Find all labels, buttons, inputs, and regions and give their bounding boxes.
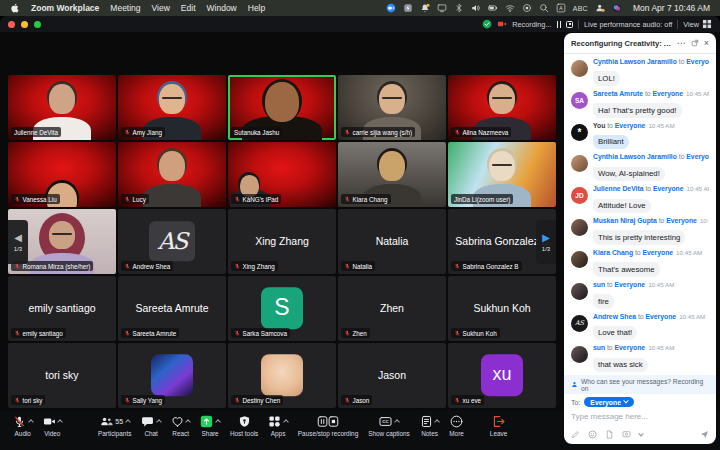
message-sender[interactable]: Cynthia Lawson Jaramillo — [593, 153, 677, 160]
toolbar-apps[interactable]: Apps — [263, 413, 293, 438]
notifications-icon[interactable] — [420, 3, 430, 13]
message-input[interactable]: Type message here... — [571, 412, 709, 421]
message-recipient[interactable]: Everyone — [652, 90, 683, 97]
wifi-icon[interactable] — [505, 3, 515, 13]
chevron-up-icon[interactable] — [434, 419, 440, 425]
video-tile[interactable]: KàNG's iPad — [228, 142, 336, 207]
message-recipient[interactable]: Everyone — [615, 344, 646, 351]
video-tile[interactable]: Lucy — [118, 142, 226, 207]
menu-window[interactable]: Window — [207, 3, 237, 13]
video-tile[interactable]: JasonJason — [338, 343, 446, 408]
emoji-icon[interactable] — [588, 430, 597, 439]
close-window-button[interactable] — [8, 21, 15, 28]
video-tile[interactable]: carrie sijia wang (s/h) — [338, 75, 446, 140]
video-tile[interactable]: Vanessa Liu — [8, 142, 116, 207]
zoom-app-icon[interactable] — [386, 3, 396, 13]
menubar-clock[interactable]: Mon Apr 7 10:46 AM — [633, 3, 710, 13]
next-page-button[interactable]: ▶ 1/3 — [536, 220, 556, 264]
zoom-window-button[interactable] — [34, 21, 41, 28]
apple-menu-icon[interactable] — [10, 3, 20, 13]
toolbar-audio[interactable]: Audio — [8, 413, 38, 438]
message-sender[interactable]: You — [593, 122, 605, 129]
toolbar-more[interactable]: More — [444, 413, 469, 438]
chevron-up-icon[interactable] — [283, 419, 289, 425]
chevron-up-icon[interactable] — [28, 419, 34, 425]
video-tile[interactable]: emily santiagoemily santiago — [8, 276, 116, 341]
message-recipient[interactable]: Everyone — [615, 122, 646, 129]
pause-recording-button[interactable] — [557, 21, 562, 28]
menu-edit[interactable]: Edit — [181, 3, 196, 13]
shortcuts-icon[interactable] — [403, 3, 413, 13]
siri-icon[interactable] — [612, 3, 622, 13]
message-sender[interactable]: sun — [593, 344, 605, 351]
stop-recording-button[interactable] — [566, 21, 573, 28]
message-recipient[interactable]: Everyone — [686, 58, 709, 65]
video-tile[interactable]: tori skytori sky — [8, 343, 116, 408]
video-tile[interactable]: Destiny Chen — [228, 343, 336, 408]
video-tile[interactable]: Alina Nazmeeva — [448, 75, 556, 140]
message-recipient[interactable]: Everyone — [615, 281, 646, 288]
input-source-icon[interactable]: A — [556, 3, 566, 13]
battery-icon[interactable] — [488, 3, 498, 13]
message-sender[interactable]: Andrew Shea — [593, 313, 636, 320]
toolbar-notes[interactable]: Notes — [415, 413, 445, 438]
menu-meeting[interactable]: Meeting — [110, 3, 140, 13]
screenshot-icon[interactable] — [622, 430, 631, 439]
video-tile[interactable]: JinDa Li(zoom user) — [448, 142, 556, 207]
display-icon[interactable] — [437, 3, 447, 13]
video-tile[interactable]: Sukhun KohSukhun Koh — [448, 276, 556, 341]
menu-help[interactable]: Help — [248, 3, 265, 13]
message-sender[interactable]: Sareeta Amrute — [593, 90, 643, 97]
message-recipient[interactable]: Everyone — [653, 185, 684, 192]
chevron-up-icon[interactable] — [156, 419, 162, 425]
text-abc-icon[interactable]: ABC — [573, 5, 588, 12]
message-sender[interactable]: Kiara Chang — [593, 249, 633, 256]
chat-more-options-button[interactable]: ⋯ — [677, 39, 686, 48]
more-compose-options-chevron[interactable] — [638, 430, 644, 436]
video-tile[interactable]: Julienne DeVita — [8, 75, 116, 140]
screen-record-icon[interactable] — [522, 3, 532, 13]
toolbar-react[interactable]: React — [166, 413, 196, 438]
minimize-window-button[interactable] — [21, 21, 28, 28]
message-sender[interactable]: Cynthia Lawson Jaramillo — [593, 58, 677, 65]
toolbar-share[interactable]: Share — [195, 413, 225, 438]
toolbar-leave[interactable]: Leave — [485, 413, 512, 438]
video-tile[interactable]: SSarka Samcova — [228, 276, 336, 341]
toolbar-pause-stop-recording[interactable]: Pause/stop recording — [293, 413, 363, 438]
video-tile[interactable]: Sally Yang — [118, 343, 226, 408]
chevron-up-icon[interactable] — [125, 419, 131, 425]
view-button[interactable]: View — [683, 19, 712, 29]
message-recipient[interactable]: Everyone — [686, 153, 709, 160]
attach-file-icon[interactable] — [605, 430, 614, 439]
fast-user-switch-icon[interactable] — [595, 3, 605, 13]
message-sender[interactable]: Julienne DeVita — [593, 185, 644, 192]
video-tile[interactable]: NataliaNatalia — [338, 209, 446, 274]
chat-close-button[interactable]: × — [704, 39, 709, 48]
format-text-icon[interactable] — [571, 430, 580, 439]
chevron-up-icon[interactable] — [215, 419, 221, 425]
chat-popout-button[interactable] — [691, 39, 699, 47]
message-recipient[interactable]: Everyone — [643, 249, 674, 256]
video-tile[interactable]: Kiara Chang — [338, 142, 446, 207]
menu-zoom-workplace[interactable]: Zoom Workplace — [31, 3, 99, 13]
video-tile[interactable]: ZhenZhen — [338, 276, 446, 341]
toolbar-participants[interactable]: 55Participants — [93, 413, 136, 438]
message-sender[interactable]: Muskan Niraj Gupta — [593, 217, 657, 224]
menu-view[interactable]: View — [152, 3, 170, 13]
message-recipient[interactable]: Everyone — [646, 313, 677, 320]
message-sender[interactable]: sun — [593, 281, 605, 288]
bluetooth-icon[interactable] — [454, 3, 464, 13]
volume-icon[interactable] — [471, 3, 481, 13]
chat-privacy-banner[interactable]: Who can see your messages? Recording on — [564, 375, 716, 394]
video-tile[interactable]: ASAndrew Shea — [118, 209, 226, 274]
video-tile[interactable]: Sareeta AmruteSareeta Amrute — [118, 276, 226, 341]
message-recipient[interactable]: Everyone — [666, 217, 697, 224]
previous-page-button[interactable]: ◀ 1/3 — [8, 220, 28, 264]
toolbar-host-tools[interactable]: Host tools — [225, 413, 263, 438]
chevron-up-icon[interactable] — [57, 419, 63, 425]
toolbar-show-captions[interactable]: CCShow captions — [363, 413, 415, 438]
chevron-up-icon[interactable] — [394, 419, 400, 425]
toolbar-chat[interactable]: Chat — [136, 413, 166, 438]
search-icon[interactable] — [539, 3, 549, 13]
recipient-selector[interactable]: Everyone — [584, 397, 634, 407]
